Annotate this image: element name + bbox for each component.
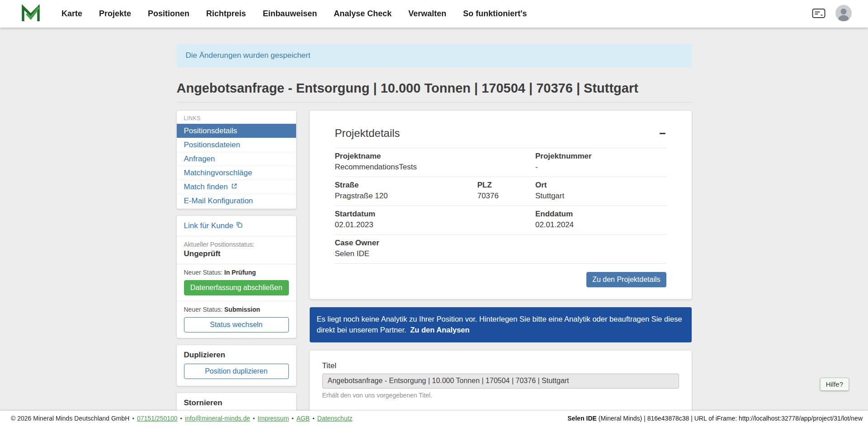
separator <box>253 415 255 422</box>
titel-field-group: Titel Erhält den von uns vorgegebenen Ti… <box>322 361 679 399</box>
page-title: Angebotsanfrage - Entsorgung | 10.000 To… <box>177 81 692 96</box>
field-value: 70376 <box>477 192 535 201</box>
field-value: - <box>535 163 666 172</box>
nav-item-projekte[interactable]: Projekte <box>99 9 131 19</box>
project-details-button[interactable]: Zu den Projektdetails <box>586 272 666 287</box>
field-label: Ort <box>535 181 666 190</box>
switch-status-button[interactable]: Status wechseln <box>184 317 289 332</box>
customer-link[interactable]: Link für Kunde <box>184 221 243 230</box>
field-value: 02.01.2024 <box>535 220 666 229</box>
next-status-section-2: Neuer Status: Submission Status wechseln <box>177 301 296 338</box>
footer-link-datenschutz[interactable]: Datenschutz <box>317 415 353 422</box>
top-navbar: Karte Projekte Positionen Richtpreis Ein… <box>0 0 868 28</box>
external-link-icon <box>231 183 237 192</box>
customer-link-section: Link für Kunde <box>177 216 296 236</box>
field-label: Startdatum <box>335 210 535 219</box>
links-card: LINKS Positionsdetails Positionsdateien … <box>177 111 296 209</box>
table-row: Straße Pragstraße 120 PLZ 70376 Ort Stut… <box>335 177 666 206</box>
sidebar-item-positionsdateien[interactable]: Positionsdateien <box>177 138 296 152</box>
sidebar-item-positionsdetails[interactable]: Positionsdetails <box>177 124 296 138</box>
analytics-banner: Es liegt noch keine Analytik zu Ihrer Po… <box>310 307 692 342</box>
field-label: Projektname <box>335 152 535 161</box>
titel-input <box>322 374 679 389</box>
footer-session-info: Selen IDE (Mineral Minds) | 816e43878c38… <box>567 415 863 422</box>
new-status-value: Submission <box>224 306 260 313</box>
minus-icon <box>660 133 665 134</box>
footer-link-agb[interactable]: AGB <box>297 415 310 422</box>
field-label: Enddatum <box>535 210 666 219</box>
nav-item-analyse-check[interactable]: Analyse Check <box>334 9 392 19</box>
field-label: PLZ <box>477 181 535 190</box>
separator <box>180 415 183 422</box>
new-status-prefix: Neuer Status: <box>184 269 223 276</box>
main-navigation: Karte Projekte Positionen Richtpreis Ein… <box>61 9 527 19</box>
help-button[interactable]: Hilfe? <box>820 378 849 391</box>
current-status-section: Aktueller Positionsstatus: Ungeprüft <box>177 236 296 264</box>
sidebar-item-match-finden[interactable]: Match finden <box>177 180 296 194</box>
field-label: Case Owner <box>335 239 535 248</box>
copy-icon <box>236 221 243 230</box>
success-alert: Die Änderungen wurden gespeichert <box>177 44 692 67</box>
field-value: Selen IDE <box>335 249 535 258</box>
project-details-table: Projektname RecommendationsTests Projekt… <box>335 148 666 264</box>
navbar-right <box>812 5 852 23</box>
customer-link-label: Link für Kunde <box>184 221 234 230</box>
finish-data-entry-button[interactable]: Datenerfassung abschließen <box>184 280 289 295</box>
current-status-label: Aktueller Positionsstatus: <box>184 241 289 248</box>
field-value: 02.01.2023 <box>335 220 535 229</box>
collapse-button[interactable] <box>659 130 666 137</box>
main-column: Projektdetails Projektname Recommendatio… <box>310 111 692 426</box>
footer-username: Selen IDE <box>567 415 597 422</box>
sidebar-item-label: Match finden <box>184 183 228 192</box>
page-body: Die Änderungen wurden gespeichert Angebo… <box>0 0 868 426</box>
copyright-text: © 2026 Mineral Minds Deutschland GmbH <box>11 415 129 422</box>
cancel-title: Stornieren <box>184 398 289 407</box>
footer-link-impressum[interactable]: Impressum <box>258 415 289 422</box>
nav-item-positionen[interactable]: Positionen <box>148 9 189 19</box>
duplicate-position-button[interactable]: Position duplizieren <box>184 364 289 379</box>
project-details-card: Projektdetails Projektname Recommendatio… <box>310 111 692 299</box>
sidebar-item-matchingvorschlaege[interactable]: Matchingvorschläge <box>177 166 296 180</box>
nav-item-richtpreis[interactable]: Richtpreis <box>206 9 246 19</box>
sidebar: LINKS Positionsdetails Positionsdateien … <box>177 111 296 426</box>
banner-text: Es liegt noch keine Analytik zu Ihrer Po… <box>317 315 682 334</box>
footer-left: © 2026 Mineral Minds Deutschland GmbH 07… <box>11 415 353 422</box>
footer-link-email[interactable]: info@mineral-minds.de <box>185 415 250 422</box>
nav-item-einbauweisen[interactable]: Einbauweisen <box>263 9 317 19</box>
nav-item-karte[interactable]: Karte <box>61 9 82 19</box>
footer-link-phone[interactable]: 07151/250100 <box>137 415 178 422</box>
footer-session-details: (Mineral Minds) | 816e43878c38 | URL of … <box>597 415 863 422</box>
nav-item-so-funktionierts[interactable]: So funktioniert's <box>463 9 527 19</box>
status-card: Link für Kunde Aktueller Positionsstatus… <box>177 216 296 338</box>
current-status-value: Ungeprüft <box>184 249 289 258</box>
nav-item-verwalten[interactable]: Verwalten <box>408 9 446 19</box>
new-status-line: Neuer Status: In Prüfung <box>184 269 289 276</box>
table-row: Startdatum 02.01.2023 Enddatum 02.01.202… <box>335 206 666 235</box>
user-avatar <box>835 5 852 23</box>
separator <box>132 415 134 422</box>
user-menu-button[interactable] <box>835 5 852 23</box>
card-icon <box>812 8 826 20</box>
title-divider <box>177 102 692 103</box>
sidebar-item-email-konfiguration[interactable]: E-Mail Konfiguration <box>177 194 296 208</box>
field-label: Straße <box>335 181 477 190</box>
duplicate-card: Duplizieren Position duplizieren <box>177 345 296 386</box>
new-status-value: In Prüfung <box>224 269 256 276</box>
separator <box>312 415 315 422</box>
card-panel-button[interactable] <box>812 8 826 20</box>
links-header: LINKS <box>177 111 296 124</box>
field-label: Projektnummer <box>535 152 666 161</box>
field-value: RecommendationsTests <box>335 163 535 172</box>
project-details-title: Projektdetails <box>335 127 400 140</box>
next-status-section-1: Neuer Status: In Prüfung Datenerfassung … <box>177 264 296 301</box>
alert-message: Die Änderungen wurden gespeichert <box>186 51 311 60</box>
mineral-minds-logo-icon <box>21 4 41 24</box>
sidebar-item-anfragen[interactable]: Anfragen <box>177 152 296 166</box>
footer: © 2026 Mineral Minds Deutschland GmbH 07… <box>0 411 868 426</box>
new-status-line: Neuer Status: Submission <box>184 306 289 313</box>
titel-help: Erhält den von uns vorgegebenen Titel. <box>322 392 679 399</box>
brand-logo[interactable] <box>21 4 41 24</box>
separator <box>292 415 294 422</box>
analytics-link[interactable]: Zu den Analysen <box>410 326 469 334</box>
field-value: Pragstraße 120 <box>335 192 477 201</box>
